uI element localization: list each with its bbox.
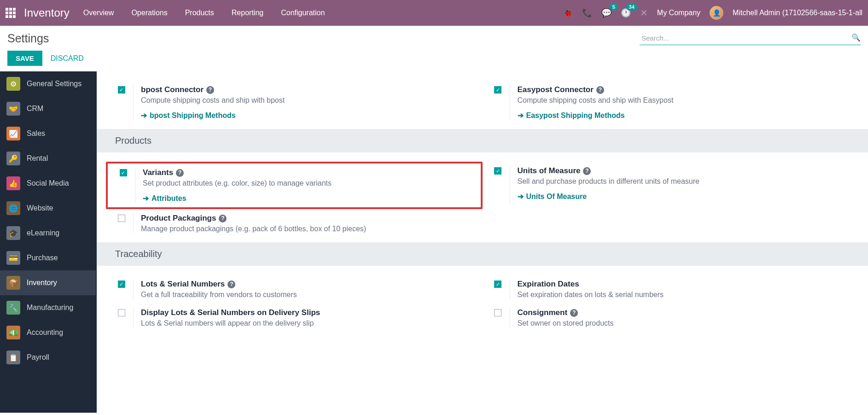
sidebar-icon: 📋	[6, 351, 20, 364]
setting-title: Consignment ?	[518, 308, 850, 317]
setting-title: Expiration Dates	[518, 280, 850, 289]
sidebar-label: CRM	[27, 105, 43, 113]
sidebar-item-purchase[interactable]: 💳Purchase	[0, 245, 96, 270]
sidebar-item-rental[interactable]: 🔑Rental	[0, 146, 96, 171]
sidebar-item-accounting[interactable]: 💵Accounting	[0, 320, 96, 345]
setting-expiration-dates: Expiration Dates Set expiration dates on…	[483, 275, 859, 304]
sidebar-label: Rental	[27, 154, 48, 163]
close-icon[interactable]: ✕	[640, 7, 648, 18]
nav-reporting[interactable]: Reporting	[232, 9, 263, 17]
user-menu[interactable]: Mitchell Admin (17102566-saas-15-1-all	[733, 9, 862, 17]
avatar[interactable]: 👤	[710, 6, 723, 20]
help-icon[interactable]: ?	[227, 281, 235, 288]
sidebar-icon: 📦	[6, 276, 20, 290]
setting-checkbox[interactable]	[120, 169, 127, 176]
setting-body: Lots & Serial Numbers ? Get a full trace…	[141, 280, 473, 299]
setting-link[interactable]: ➔ Easypost Shipping Methods	[518, 111, 625, 120]
setting-body: Variants ? Set product attributes (e.g. …	[143, 168, 472, 203]
activities-badge: 34	[626, 3, 637, 11]
sidebar-item-inventory[interactable]: 📦Inventory	[0, 270, 96, 295]
apps-launcher-icon[interactable]	[6, 8, 16, 18]
sidebar-icon: ⚙	[6, 77, 20, 91]
setting-body: Consignment ? Set owner on stored produc…	[518, 308, 850, 327]
setting-link[interactable]: ➔ Attributes	[143, 194, 186, 203]
setting-body: Display Lots & Serial Numbers on Deliver…	[141, 308, 473, 327]
search-input[interactable]	[640, 31, 861, 45]
company-selector[interactable]: My Company	[657, 9, 700, 17]
products-grid: Variants ? Set product attributes (e.g. …	[97, 152, 868, 242]
sidebar-label: Manufacturing	[27, 304, 73, 312]
phone-icon[interactable]: 📞	[582, 8, 592, 18]
setting-title: Variants ?	[143, 168, 472, 177]
sidebar-label: Accounting	[27, 328, 63, 337]
setting-checkbox[interactable]	[118, 281, 125, 288]
help-icon[interactable]: ?	[206, 86, 214, 94]
setting-desc: Set product attributes (e.g. color, size…	[143, 179, 472, 187]
help-icon[interactable]: ?	[570, 309, 578, 317]
messages-badge: 5	[610, 3, 618, 11]
checkbox-col	[115, 85, 134, 120]
discard-button[interactable]: DISCARD	[51, 54, 84, 63]
setting-checkbox[interactable]	[118, 215, 125, 222]
search-wrap: 🔍	[640, 31, 861, 45]
sidebar-label: General Settings	[27, 80, 82, 88]
sidebar-item-crm[interactable]: 🤝CRM	[0, 96, 96, 121]
help-icon[interactable]: ?	[219, 215, 227, 222]
sidebar-item-manufacturing[interactable]: 🔧Manufacturing	[0, 295, 96, 320]
sidebar-icon: 👍	[6, 176, 20, 190]
setting-checkbox[interactable]	[118, 309, 125, 316]
messages-icon[interactable]: 💬5	[601, 8, 612, 18]
setting-checkbox[interactable]	[494, 309, 501, 316]
setting-checkbox[interactable]	[118, 86, 125, 94]
sidebar-item-website[interactable]: 🌐Website	[0, 196, 96, 221]
app-brand[interactable]: Inventory	[24, 6, 70, 19]
checkbox-col	[492, 308, 510, 327]
sidebar-item-social-media[interactable]: 👍Social Media	[0, 171, 96, 196]
page-header: Settings 🔍	[0, 26, 868, 51]
setting-units-of-measure: Units of Measure ? Sell and purchase pro…	[483, 162, 859, 209]
sidebar-label: Social Media	[27, 179, 69, 187]
search-icon[interactable]: 🔍	[851, 33, 861, 42]
nav-overview[interactable]: Overview	[83, 9, 114, 17]
setting-title: Units of Measure ?	[518, 166, 850, 175]
sidebar-item-elearning[interactable]: 🎓eLearning	[0, 221, 96, 245]
sidebar-label: Website	[27, 204, 53, 212]
setting-desc: Compute shipping costs and ship with bpo…	[141, 96, 473, 105]
setting-title: Easypost Connector ?	[518, 85, 850, 94]
arrow-icon: ➔	[141, 111, 147, 120]
setting-consignment: Consignment ? Set owner on stored produc…	[483, 304, 859, 332]
setting-title: Lots & Serial Numbers ?	[141, 280, 473, 289]
setting-link[interactable]: ➔ bpost Shipping Methods	[141, 111, 236, 120]
sidebar-item-payroll[interactable]: 📋Payroll	[0, 345, 96, 370]
setting-desc: Lots & Serial numbers will appear on the…	[141, 319, 473, 327]
setting-link[interactable]: ➔ Units Of Measure	[518, 192, 587, 201]
nav-operations[interactable]: Operations	[131, 9, 167, 17]
sidebar-icon: 💳	[6, 251, 20, 265]
setting-easypost-connector: Easypost Connector ? Compute shipping co…	[483, 81, 859, 124]
bug-icon[interactable]: 🐞	[563, 8, 573, 18]
sidebar-item-sales[interactable]: 📈Sales	[0, 121, 96, 146]
checkbox-col	[492, 85, 510, 120]
traceability-grid: Lots & Serial Numbers ? Get a full trace…	[97, 266, 868, 337]
checkbox-col	[117, 168, 135, 203]
setting-checkbox[interactable]	[494, 281, 501, 288]
help-icon[interactable]: ?	[583, 167, 591, 175]
nav-configuration[interactable]: Configuration	[281, 9, 325, 17]
setting-desc: Manage product packagings (e.g. pack of …	[141, 225, 473, 233]
checkbox-col	[492, 166, 510, 205]
action-bar: SAVE DISCARD	[0, 51, 868, 71]
activities-icon[interactable]: 🕐34	[621, 8, 631, 18]
setting-checkbox[interactable]	[494, 167, 501, 175]
navbar-right: 🐞 📞 💬5 🕐34 ✕ My Company 👤 Mitchell Admin…	[563, 6, 862, 20]
main-layout: ⚙General Settings🤝CRM📈Sales🔑Rental👍Socia…	[0, 71, 868, 413]
help-icon[interactable]: ?	[176, 169, 184, 177]
sidebar-icon: 📈	[6, 127, 20, 140]
help-icon[interactable]: ?	[596, 86, 604, 94]
setting-title: Product Packagings ?	[141, 214, 473, 223]
sidebar-label: Inventory	[27, 279, 57, 287]
save-button[interactable]: SAVE	[7, 51, 42, 66]
setting-body: Units of Measure ? Sell and purchase pro…	[518, 166, 850, 205]
setting-checkbox[interactable]	[494, 86, 501, 94]
nav-products[interactable]: Products	[185, 9, 214, 17]
sidebar-item-general-settings[interactable]: ⚙General Settings	[0, 71, 96, 96]
